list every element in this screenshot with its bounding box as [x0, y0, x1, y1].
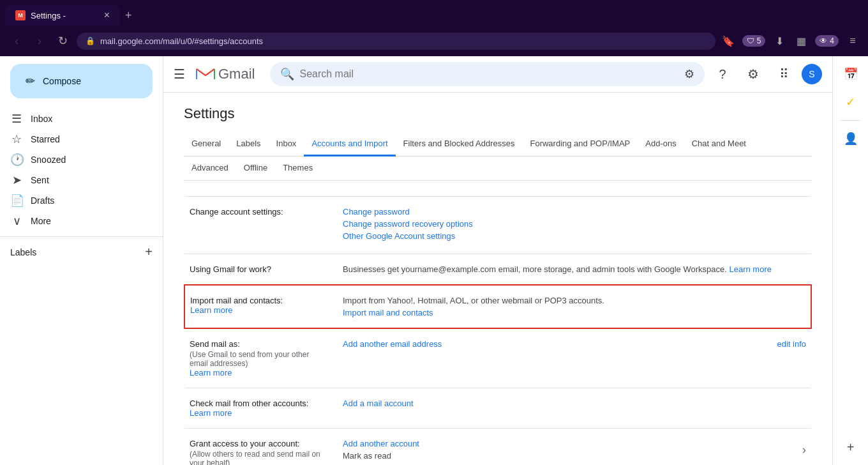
tab-close-button[interactable]: ×: [104, 10, 110, 21]
change-password-link[interactable]: Change password: [343, 207, 806, 217]
active-tab[interactable]: M Settings - ×: [5, 5, 120, 26]
sidebar-item-snoozed[interactable]: 🕐 Snoozed: [0, 149, 153, 170]
sidebar-toggle-icon[interactable]: ▦: [793, 35, 809, 47]
check-mail-learn-more[interactable]: Learn more: [190, 408, 232, 418]
sidebar-item-label: Inbox: [31, 114, 142, 124]
sidebar-item-inbox[interactable]: ☰ Inbox: [0, 109, 153, 129]
sidebar-item-sent[interactable]: ➤ Sent: [0, 170, 153, 190]
sidebar-item-label: Starred: [31, 134, 142, 144]
new-tab-button[interactable]: +: [125, 9, 132, 22]
tab-favicon: M: [15, 10, 26, 20]
add-email-address-link[interactable]: Add another email address: [343, 339, 442, 349]
sidebar-item-drafts[interactable]: 📄 Drafts: [0, 190, 153, 211]
tab-themes[interactable]: Themes: [275, 156, 320, 181]
person-icon: 👤: [844, 132, 858, 146]
tab-inbox[interactable]: Inbox: [269, 132, 304, 156]
import-mail-contacts-link[interactable]: Import mail and contacts: [343, 308, 433, 317]
hamburger-menu[interactable]: ☰: [174, 66, 185, 82]
grant-access-row: Grant access to your account: (Allow oth…: [184, 429, 811, 466]
snooze-icon: 🕐: [10, 153, 23, 167]
sidebar-item-starred[interactable]: ☆ Starred: [0, 129, 153, 149]
back-button[interactable]: ‹: [8, 34, 26, 48]
url-path: /mail/u/0/#settings/accounts: [161, 36, 263, 46]
mark-as-read-text: Mark as read: [343, 451, 419, 461]
tab-filters[interactable]: Filters and Blocked Addresses: [396, 132, 523, 156]
tasks-rail-button[interactable]: ✓: [838, 89, 864, 115]
import-mail-content: Import from Yahoo!, Hotmail, AOL, or oth…: [338, 285, 811, 328]
help-button[interactable]: ?: [710, 61, 735, 87]
ext-icon: 🛡: [747, 36, 754, 45]
tab-addons[interactable]: Add-ons: [638, 132, 684, 156]
browser-menu-icon[interactable]: ≡: [845, 35, 860, 47]
tab-accounts-and-import[interactable]: Accounts and Import: [304, 132, 395, 156]
sidebar-item-label: Snoozed: [31, 155, 142, 165]
tab-offline[interactable]: Offline: [236, 156, 275, 181]
gmail-topbar: ☰ Gmail 🔍 ⚙ ?: [163, 56, 832, 93]
settings-button[interactable]: ⚙: [740, 61, 766, 87]
compose-button[interactable]: ✏ Compose: [10, 64, 153, 98]
sidebar: ✏ Compose ☰ Inbox ☆ Starred 🕐 Snoozed ➤ …: [0, 56, 163, 465]
grant-access-label-text: Grant access to your account:: [190, 439, 300, 448]
sidebar-item-more[interactable]: ∨ More: [0, 211, 153, 231]
bookmark-icon[interactable]: 🔖: [721, 35, 736, 47]
add-another-account-link[interactable]: Add another account: [343, 439, 419, 448]
tab-title: Settings -: [31, 11, 66, 20]
grant-access-label: Grant access to your account: (Allow oth…: [184, 429, 338, 466]
apps-grid-icon: ⠿: [779, 66, 789, 82]
change-password-recovery-link[interactable]: Change password recovery options: [343, 219, 806, 229]
compose-label: Compose: [43, 76, 81, 86]
url-protocol: mail.google.com: [100, 36, 161, 46]
apps-button[interactable]: ⠿: [771, 61, 797, 87]
edit-info-link[interactable]: edit info: [777, 339, 806, 349]
google-account-settings-link[interactable]: Other Google Account settings: [343, 231, 806, 241]
using-gmail-for-work-row: Using Gmail for work? Businesses get you…: [184, 254, 811, 286]
search-input[interactable]: [299, 68, 679, 80]
tab-bar: M Settings - × +: [0, 0, 868, 26]
labels-section-header: Labels +: [0, 242, 163, 262]
change-account-content: Change password Change password recovery…: [338, 197, 811, 254]
sidebar-item-label: Drafts: [31, 195, 142, 206]
download-icon[interactable]: ⬇: [772, 35, 787, 47]
sidebar-divider: [0, 236, 163, 237]
tasks-icon: ✓: [846, 95, 855, 109]
send-mail-learn-more[interactable]: Learn more: [190, 368, 232, 377]
forward-button[interactable]: ›: [31, 34, 49, 48]
reload-button[interactable]: ↻: [54, 34, 71, 48]
settings-tabs-row2: Advanced Offline Themes: [184, 156, 812, 181]
eye-icon: 👁: [819, 36, 827, 45]
add-rail-app-button[interactable]: +: [847, 440, 855, 454]
add-mail-account-link[interactable]: Add a mail account: [343, 399, 414, 408]
gmail-logo-text: Gmail: [218, 66, 255, 82]
contacts-rail-button[interactable]: 👤: [838, 126, 864, 151]
ext-count: 5: [757, 36, 761, 45]
settings-title: Settings: [184, 105, 812, 122]
tab-forwarding[interactable]: Forwarding and POP/IMAP: [522, 132, 638, 156]
tab-general[interactable]: General: [184, 132, 228, 156]
send-mail-as-row: Send mail as: (Use Gmail to send from yo…: [184, 328, 811, 388]
compose-icon: ✏: [26, 74, 35, 88]
address-bar[interactable]: 🔒 mail.google.com/mail/u/0/#settings/acc…: [77, 33, 715, 50]
tab-advanced[interactable]: Advanced: [184, 156, 236, 181]
drafts-icon: 📄: [10, 194, 23, 208]
change-account-settings-row: Change account settings: Change password…: [184, 197, 811, 254]
import-mail-row: Import mail and contacts: Learn more Imp…: [184, 285, 811, 328]
import-learn-more-link[interactable]: Learn more: [190, 305, 232, 315]
sent-icon: ➤: [10, 173, 23, 187]
settings-icon: ⚙: [747, 66, 759, 82]
ext-badge-2[interactable]: 👁 4: [815, 35, 839, 47]
gmail-logo: Gmail: [195, 66, 255, 82]
tab-chat-and-meet[interactable]: Chat and Meet: [684, 132, 754, 156]
calendar-rail-button[interactable]: 📅: [838, 61, 864, 87]
help-icon: ?: [719, 67, 726, 82]
settings-tabs-row1: General Labels Inbox Accounts and Import…: [184, 132, 812, 156]
tab-labels[interactable]: Labels: [228, 132, 268, 156]
add-label-button[interactable]: +: [145, 245, 153, 259]
filter-icon[interactable]: ⚙: [684, 67, 694, 81]
search-bar[interactable]: 🔍 ⚙: [270, 62, 705, 86]
using-gmail-learn-more-link[interactable]: Learn more: [729, 264, 771, 274]
rail-divider: [841, 120, 861, 121]
user-avatar[interactable]: S: [802, 64, 822, 84]
search-icon: 🔍: [280, 67, 294, 81]
extension-badge[interactable]: 🛡 5: [742, 35, 766, 47]
star-icon: ☆: [10, 132, 23, 146]
